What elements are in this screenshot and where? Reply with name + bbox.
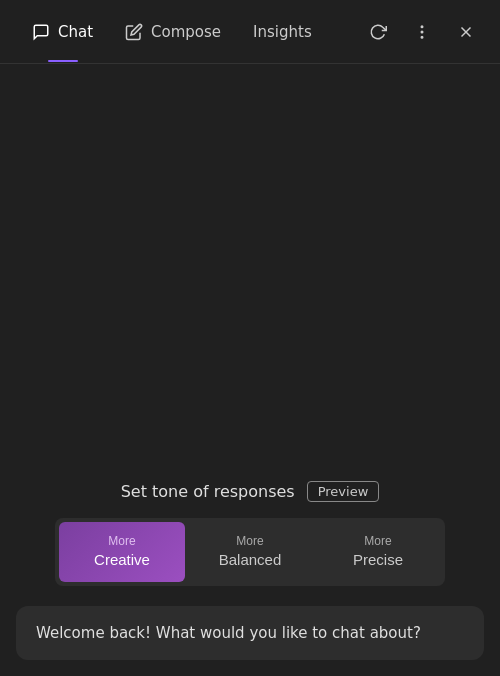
tab-insights-label: Insights [253,23,312,41]
tone-section: Set tone of responses Preview More Creat… [16,481,484,586]
tone-label-row: Set tone of responses Preview [121,481,380,502]
chat-icon [32,23,50,41]
tab-chat[interactable]: Chat [16,15,109,49]
svg-point-0 [421,26,423,28]
welcome-text: Welcome back! What would you like to cha… [36,624,421,642]
tone-buttons: More Creative More Balanced More Precise [55,518,445,586]
empty-area [16,80,484,481]
tone-balanced-button[interactable]: More Balanced [187,522,313,582]
tone-precise-label: Precise [353,550,403,570]
preview-badge: Preview [307,481,380,502]
tone-precise-sub: More [364,534,391,550]
refresh-button[interactable] [360,14,396,50]
svg-point-2 [421,36,423,38]
tone-precise-button[interactable]: More Precise [315,522,441,582]
header: Chat Compose Insights [0,0,500,64]
main-content: Set tone of responses Preview More Creat… [0,64,500,676]
tone-balanced-sub: More [236,534,263,550]
tab-compose[interactable]: Compose [109,15,237,49]
welcome-message: Welcome back! What would you like to cha… [16,606,484,661]
tone-creative-sub: More [108,534,135,550]
svg-point-1 [421,31,423,33]
tab-compose-label: Compose [151,23,221,41]
tone-balanced-label: Balanced [219,550,282,570]
tab-chat-label: Chat [58,23,93,41]
tone-creative-button[interactable]: More Creative [59,522,185,582]
tone-title: Set tone of responses [121,482,295,501]
tone-creative-label: Creative [94,550,150,570]
more-options-button[interactable] [404,14,440,50]
close-button[interactable] [448,14,484,50]
header-actions [360,14,484,50]
tab-insights[interactable]: Insights [237,15,328,49]
nav-tabs: Chat Compose Insights [16,15,360,49]
compose-icon [125,23,143,41]
